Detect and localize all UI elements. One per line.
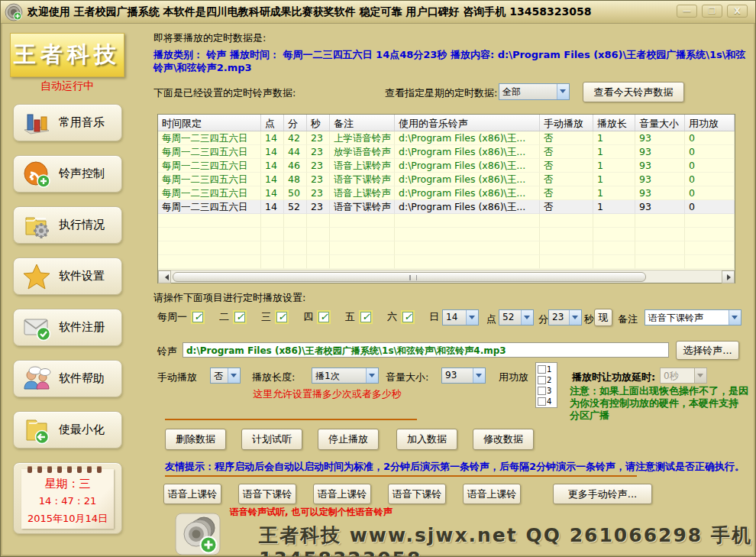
column-header[interactable]: 使用的音乐铃声 bbox=[395, 115, 540, 131]
column-header[interactable]: 播放长 bbox=[593, 115, 635, 131]
chevron-down-icon[interactable] bbox=[569, 310, 581, 325]
weekday-checkbox-4[interactable] bbox=[318, 312, 329, 322]
column-header[interactable]: 点 bbox=[261, 115, 284, 131]
chevron-down-icon[interactable] bbox=[557, 84, 569, 99]
table-cell: 48 bbox=[284, 173, 307, 186]
ring-label: 铃声 bbox=[157, 345, 177, 358]
table-row[interactable]: 每周一二三四五六日144423放学语音铃声d:\Program Files (x… bbox=[158, 145, 735, 159]
table-cell: 语音下课铃声 bbox=[330, 173, 395, 186]
action-button-2[interactable]: 计划试听 bbox=[241, 429, 302, 450]
column-header[interactable]: 分 bbox=[284, 115, 307, 131]
table-cell bbox=[635, 228, 685, 241]
manual-play-select[interactable]: 否 bbox=[210, 368, 241, 384]
bar-chart-icon bbox=[22, 108, 51, 138]
sidebar-item-7[interactable]: 使最小化 bbox=[13, 411, 122, 449]
table-cell: 否 bbox=[540, 200, 593, 214]
table-row[interactable]: 每周一二三四五六日144223上学语音铃声d:\Program Files (x… bbox=[158, 131, 735, 145]
bell-button-4[interactable]: 语音下课铃 bbox=[388, 484, 446, 504]
maximize-button[interactable]: ❐ bbox=[702, 5, 722, 18]
table-cell bbox=[540, 241, 593, 255]
scroll-left-icon[interactable] bbox=[158, 270, 171, 283]
table-cell bbox=[261, 241, 284, 255]
volume-select[interactable]: 93 bbox=[441, 368, 486, 384]
table-cell bbox=[635, 214, 685, 228]
weekday-label: 四 bbox=[303, 310, 313, 324]
action-button-5[interactable]: 修改数据 bbox=[473, 429, 534, 450]
chevron-down-icon[interactable] bbox=[729, 310, 741, 325]
now-button[interactable]: 现 bbox=[594, 309, 612, 326]
amp-channel-checkbox-2[interactable] bbox=[538, 376, 546, 384]
column-header[interactable]: 音量大小 bbox=[635, 115, 685, 131]
close-button[interactable]: X bbox=[727, 5, 748, 18]
weekday-label: 五 bbox=[345, 310, 355, 324]
amp-channel-label: 3 bbox=[547, 387, 551, 395]
scroll-right-icon[interactable] bbox=[722, 270, 735, 283]
sidebar-item-3[interactable]: 执行情况 bbox=[13, 206, 122, 244]
sidebar-item-6[interactable]: 软件帮助 bbox=[13, 360, 122, 397]
table-cell: 否 bbox=[540, 159, 593, 173]
remark-select[interactable]: 语音下课铃声 bbox=[645, 309, 741, 325]
ring-path-input[interactable]: d:\Program Files (x86)\王者校园广播系统\1s\和弦铃声\… bbox=[183, 342, 669, 358]
column-header[interactable]: 手动播放 bbox=[540, 115, 593, 131]
chevron-down-icon[interactable] bbox=[466, 310, 478, 325]
column-header[interactable]: 备注 bbox=[330, 115, 395, 131]
bell-button-1[interactable]: 语音上课铃 bbox=[163, 484, 221, 504]
horizontal-scrollbar[interactable] bbox=[158, 270, 735, 283]
week-filter-select[interactable]: 全部 bbox=[499, 83, 570, 100]
column-header[interactable]: 用功放 bbox=[685, 115, 735, 131]
sidebar-item-4[interactable]: 软件设置 bbox=[13, 257, 122, 295]
action-button-3[interactable]: 停止播放 bbox=[318, 429, 379, 450]
table-row[interactable]: 每周一二三四五六日145223语音下课铃声d:\Program Files (x… bbox=[158, 200, 735, 214]
table-cell bbox=[158, 214, 261, 228]
column-header[interactable]: 时间限定 bbox=[158, 115, 261, 131]
weekday-checkbox-2[interactable] bbox=[234, 312, 245, 322]
weekday-checkbox-3[interactable] bbox=[276, 312, 287, 322]
sidebar-item-1[interactable]: 常用音乐 bbox=[13, 104, 122, 141]
table-cell: 46 bbox=[284, 159, 307, 173]
minimize-button[interactable]: — bbox=[677, 5, 697, 18]
sidebar-item-5[interactable]: 软件注册 bbox=[13, 309, 122, 346]
next-play-heading: 即将要播放的定时数据是: bbox=[153, 31, 266, 45]
weekday-label: 六 bbox=[387, 310, 397, 324]
choose-ring-button[interactable]: 选择铃声... bbox=[676, 341, 739, 360]
sidebar-item-2[interactable]: 铃声控制 bbox=[13, 155, 122, 193]
minute-select[interactable]: 52 bbox=[499, 309, 534, 325]
amplifier-channel-list[interactable]: 1234 bbox=[535, 362, 557, 408]
envelope-check-icon bbox=[22, 313, 51, 342]
chevron-down-icon[interactable] bbox=[366, 368, 378, 383]
table-cell: 每周一二三四五六日 bbox=[158, 159, 261, 173]
action-button-4[interactable]: 加入数据 bbox=[396, 429, 457, 450]
play-length-select[interactable]: 播1次 bbox=[312, 368, 379, 384]
chevron-down-icon[interactable] bbox=[521, 310, 533, 325]
bell-button-5[interactable]: 语音上课铃 bbox=[463, 484, 521, 504]
scrollbar-thumb[interactable] bbox=[173, 272, 646, 282]
amp-channel-checkbox-1[interactable] bbox=[538, 365, 546, 374]
table-cell: 1 bbox=[593, 173, 635, 186]
action-button-1[interactable]: 删除数据 bbox=[165, 429, 226, 450]
view-today-button[interactable]: 查看今天铃声数据 bbox=[583, 82, 684, 102]
bell-button-6[interactable]: 更多手动铃声... bbox=[553, 484, 652, 504]
table-body[interactable]: 每周一二三四五六日144223上学语音铃声d:\Program Files (x… bbox=[158, 131, 735, 269]
amp-channel-checkbox-4[interactable] bbox=[538, 397, 546, 406]
hour-select[interactable]: 14 bbox=[442, 309, 479, 325]
column-header[interactable]: 秒 bbox=[307, 115, 330, 131]
weekday-checkbox-6[interactable] bbox=[402, 312, 413, 322]
bell-button-3[interactable]: 语音上课铃 bbox=[313, 484, 371, 504]
table-cell: 23 bbox=[307, 173, 330, 186]
calendar-notepad: 星期：三 14：47：21 2015年10月14日 bbox=[21, 469, 114, 529]
second-select[interactable]: 23 bbox=[548, 309, 582, 325]
weekday-checkbox-1[interactable] bbox=[192, 312, 203, 322]
schedule-table[interactable]: 时间限定点分秒备注使用的音乐铃声手动播放播放长音量大小用功放 每周一二三四五六日… bbox=[157, 114, 735, 283]
sidebar-item-label: 软件帮助 bbox=[59, 371, 105, 386]
table-cell bbox=[593, 228, 635, 241]
weekday-checkbox-5[interactable] bbox=[360, 312, 371, 322]
amp-channel-checkbox-3[interactable] bbox=[538, 387, 546, 395]
table-row[interactable]: 每周一二三四五六日144823语音下课铃声d:\Program Files (x… bbox=[158, 173, 735, 186]
table-row[interactable]: 每周一二三四五六日145023语音上课铃声d:\Program Files (x… bbox=[158, 186, 735, 200]
filter-label: 查看指定星期的定时数据: bbox=[385, 86, 497, 100]
table-row[interactable]: 每周一二三四五六日144623语音上课铃声d:\Program Files (x… bbox=[158, 159, 735, 173]
chevron-down-icon[interactable] bbox=[473, 368, 485, 383]
bell-button-2[interactable]: 语音下课铃 bbox=[238, 484, 296, 504]
chevron-down-icon[interactable] bbox=[228, 368, 240, 383]
table-cell: 0 bbox=[685, 200, 735, 214]
